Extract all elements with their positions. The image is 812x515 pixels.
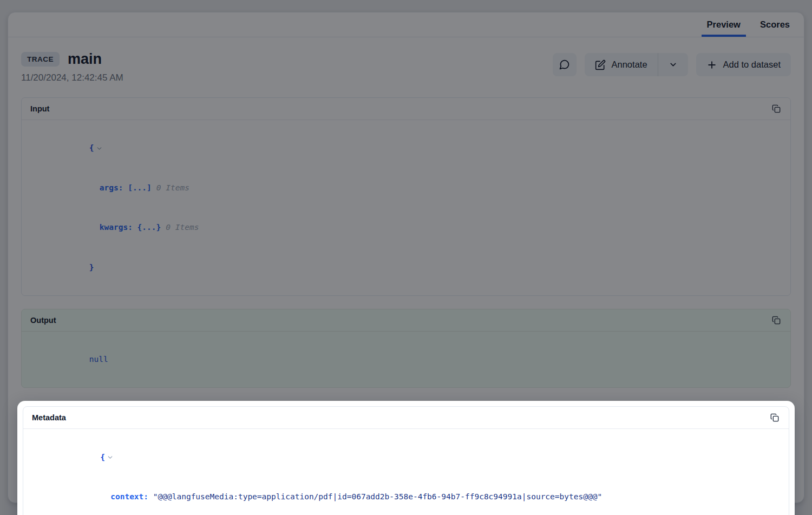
annotate-dropdown-button[interactable] [658, 53, 688, 76]
comment-button[interactable] [553, 53, 577, 76]
add-to-dataset-label: Add to dataset [723, 60, 781, 70]
json-close-brace: } [89, 263, 94, 272]
json-item-count: 0 Items [156, 183, 189, 192]
page-background: Preview Scores TRACE main 11/20/2024, 12… [0, 0, 812, 515]
input-json-viewer: { args: [...]0 Items kwargs: {...}0 Item… [22, 120, 790, 295]
copy-input-button[interactable] [771, 103, 782, 114]
json-null-value: null [89, 355, 108, 364]
copy-metadata-button[interactable] [769, 412, 780, 423]
json-open-brace: { [89, 143, 94, 152]
json-item-count: 0 Items [166, 223, 199, 232]
trace-header: TRACE main 11/20/2024, 12:42:45 AM Annot… [21, 51, 791, 83]
page-title: main [68, 51, 102, 68]
message-bubble-icon [559, 59, 570, 70]
input-panel-title: Input [30, 104, 49, 113]
output-panel-title: Output [30, 316, 56, 325]
annotate-label: Annotate [612, 60, 647, 70]
copy-output-button[interactable] [771, 315, 782, 326]
pen-square-icon [595, 60, 606, 70]
input-panel: Input { args: [...]0 Items kwargs: {...}… [21, 97, 791, 296]
add-to-dataset-button[interactable]: Add to dataset [696, 53, 791, 76]
metadata-panel: Metadata { context: "@@@langfuseMedia:ty… [23, 406, 789, 515]
collapse-toggle-chevron-down-icon[interactable] [107, 454, 114, 461]
tabbar: Preview Scores [8, 12, 804, 37]
metadata-panel-header: Metadata [23, 407, 789, 429]
trace-content: TRACE main 11/20/2024, 12:42:45 AM Annot… [8, 37, 804, 515]
annotate-button[interactable]: Annotate [585, 53, 658, 76]
metadata-panel-title: Metadata [32, 413, 66, 422]
trace-timestamp: 11/20/2024, 12:42:45 AM [21, 72, 123, 83]
chevron-down-icon [669, 60, 678, 69]
copy-icon [770, 413, 779, 422]
trace-type-badge: TRACE [21, 52, 60, 67]
trace-detail-card: Preview Scores TRACE main 11/20/2024, 12… [8, 12, 804, 503]
output-panel: Output null [21, 309, 791, 388]
trace-actions: Annotate Add to dataset [553, 51, 791, 76]
tab-scores[interactable]: Scores [755, 12, 795, 37]
collapse-toggle-chevron-down-icon[interactable] [96, 145, 103, 152]
annotate-split-button: Annotate [585, 53, 688, 76]
json-key: kwargs: [100, 223, 133, 232]
json-collapsed-object: {...} [137, 223, 161, 232]
json-key: args: [100, 183, 123, 192]
tab-scores-label: Scores [760, 19, 790, 30]
json-key: context: [110, 492, 148, 501]
tab-preview-label: Preview [707, 19, 741, 30]
json-string-value: "@@@langfuseMedia:type=application/pdf|i… [153, 492, 602, 501]
copy-icon [772, 316, 781, 325]
input-panel-header: Input [22, 98, 790, 120]
output-json-viewer: null [22, 332, 790, 388]
json-collapsed-array: [...] [128, 183, 152, 192]
json-open-brace: { [100, 453, 105, 461]
output-panel-header: Output [22, 309, 790, 332]
metadata-json-viewer: { context: "@@@langfuseMedia:type=applic… [23, 429, 789, 515]
trace-header-left: TRACE main 11/20/2024, 12:42:45 AM [21, 51, 123, 83]
tab-preview[interactable]: Preview [702, 12, 746, 37]
plus-icon [706, 60, 717, 70]
metadata-spotlight: Metadata { context: "@@@langfuseMedia:ty… [17, 401, 795, 515]
copy-icon [772, 104, 781, 113]
